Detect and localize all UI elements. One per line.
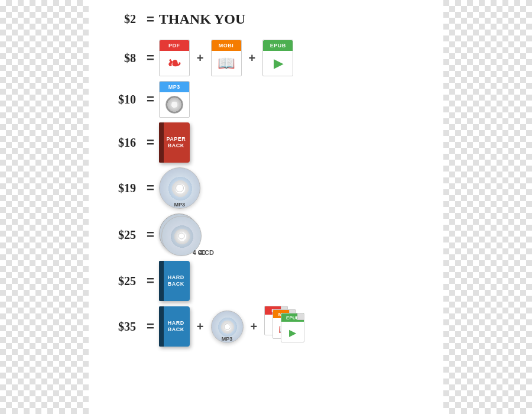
epub-label: EPUB: [263, 40, 293, 51]
paperback-book: PAPER BACK: [159, 122, 190, 163]
epub-symbol: ▶: [274, 56, 283, 70]
4cd-stack: 4 CD: [159, 214, 206, 256]
4cd-label: 4 CD: [193, 250, 206, 256]
content-area: $2 = THANK YOU $8 = PDF ❧ + MOBI: [89, 0, 443, 414]
tier-25-cd-items: 4 CD 4 CD: [159, 214, 214, 256]
tier-35: $35 = HARD BACK + MP3 +: [100, 306, 432, 347]
hardback-book: HARD BACK: [159, 261, 190, 301]
mp3-file-icon: MP3: [159, 81, 190, 118]
tier-2: $2 = THANK YOU: [100, 6, 432, 33]
tier-8-items: PDF ❧ + MOBI 📖 +: [159, 40, 293, 76]
price-25-hb: $25: [100, 274, 142, 288]
tier-25-hardback: $25 = HARD BACK: [100, 261, 432, 301]
price-10: $10: [100, 93, 142, 106]
mobi-label: MOBI: [212, 40, 241, 51]
price-2: $2: [100, 12, 142, 26]
mp3-disc-small: [166, 96, 183, 114]
hardback-label: HARD BACK: [163, 274, 190, 287]
tier-19: $19 = MP3: [100, 167, 432, 209]
bundle-mp3-label: MP3: [222, 336, 233, 342]
hardback-spine: [159, 261, 164, 301]
epub-icon: EPUB ▶: [262, 40, 293, 76]
tier-10: $10 = MP3: [100, 81, 432, 118]
mobi-icon: MOBI 📖: [211, 40, 242, 76]
pdf-label: PDF: [160, 40, 189, 51]
paperback-label: PAPER BACK: [163, 136, 190, 149]
mp3-cd-label: MP3: [174, 202, 186, 208]
tier-16: $16 = PAPER BACK: [100, 122, 432, 163]
tier-35-items: HARD BACK + MP3 + PDF ❧: [159, 306, 307, 347]
tier-8: $8 = PDF ❧ + MOBI 📖: [100, 40, 432, 76]
acrobat-logo: ❧: [167, 54, 181, 73]
price-25-cd: $25: [100, 228, 142, 242]
price-19: $19: [100, 182, 142, 195]
book-spine: [159, 122, 164, 163]
kindle-figure: 📖: [218, 55, 235, 72]
tier-19-items: MP3: [159, 167, 200, 209]
bundle-spine: [159, 306, 164, 347]
bundle-hardback-label: HARD BACK: [163, 320, 190, 333]
price-8: $8: [100, 51, 142, 65]
tier-10-items: MP3: [159, 81, 190, 118]
tier-25-cd: $25 = 4 CD 4 CD: [100, 214, 432, 256]
thankyou-text: THANK YOU: [159, 11, 245, 27]
bundle-hardback: HARD BACK: [159, 306, 190, 347]
price-35: $35: [100, 320, 142, 334]
mp3-file-label: MP3: [160, 82, 189, 92]
mp3-cd-icon: MP3: [159, 167, 200, 209]
bundle-mp3-disc: MP3: [211, 310, 244, 343]
bundle-epub: EPUB ▶: [281, 313, 304, 342]
price-16: $16: [100, 136, 142, 150]
tier-2-items: THANK YOU: [159, 11, 245, 27]
tier-16-items: PAPER BACK: [159, 122, 190, 163]
tier-25-hb-items: HARD BACK: [159, 261, 190, 301]
bundle-file-stack: PDF ❧ MOBI 📖 EPUB: [264, 306, 307, 347]
pdf-icon: PDF ❧: [159, 40, 190, 76]
